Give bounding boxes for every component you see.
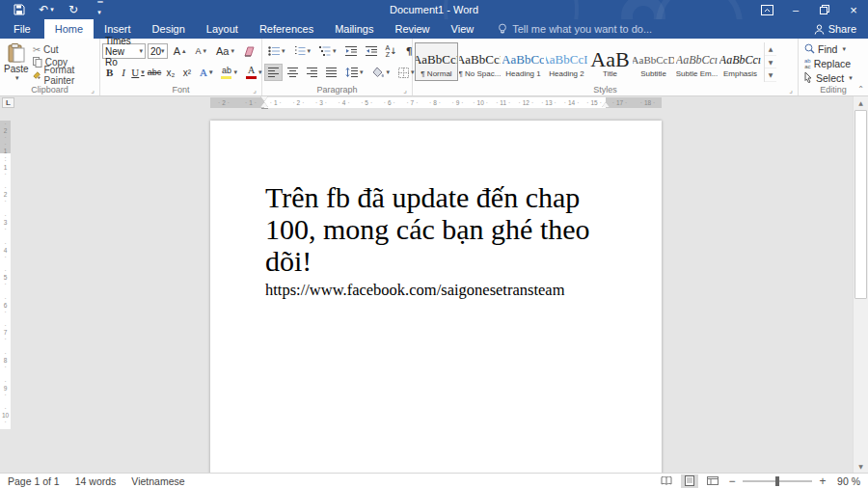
change-case-button[interactable]: Aa▾ [212, 42, 238, 60]
style-subtle-emphasis[interactable]: AaBbCcı Subtle Em... [675, 42, 719, 81]
text-effects-button[interactable]: A▾ [196, 64, 216, 81]
tell-me-box[interactable]: Tell me what you want to do... [498, 19, 652, 39]
style-name: ¶ Normal [420, 69, 451, 78]
superscript-button[interactable]: x² [179, 64, 195, 81]
strikethrough-button[interactable]: abc [147, 64, 162, 81]
tab-review[interactable]: Review [385, 19, 441, 39]
ruler-tick: 4 [333, 97, 356, 108]
paste-button[interactable]: Paste ▾ [2, 41, 31, 82]
hanging-indent-marker[interactable] [260, 102, 268, 107]
zoom-out-button[interactable]: − [727, 474, 737, 488]
vertical-ruler-margin: 21 [0, 121, 11, 153]
decrease-indent-button[interactable] [341, 42, 361, 60]
style-no-spacing[interactable]: AaBbCcI ¶ No Spac... [458, 42, 502, 81]
word-window: ↶▾ ↻ ▔▾ Document1 - Word – × File Home I… [0, 0, 868, 488]
tab-home[interactable]: Home [44, 19, 94, 39]
justify-icon [326, 68, 337, 77]
shrink-font-button[interactable]: A▾ [191, 42, 210, 60]
right-indent-marker[interactable] [602, 102, 610, 107]
ruler-tick: 14 [560, 97, 583, 108]
print-layout-button[interactable] [681, 474, 698, 488]
close-icon[interactable]: × [839, 0, 868, 19]
minimize-icon[interactable]: – [781, 0, 810, 19]
pilcrow-icon: ¶ [406, 45, 413, 58]
styles-dialog-launcher[interactable]: ⌟ [786, 85, 796, 95]
zoom-slider[interactable] [743, 480, 812, 482]
cut-button[interactable]: ✂ Cut [31, 43, 97, 55]
save-icon[interactable] [8, 1, 31, 18]
align-right-button[interactable] [303, 64, 321, 81]
gallery-more-icon[interactable]: ▼ [765, 68, 776, 82]
tab-references[interactable]: References [249, 19, 324, 39]
tab-layout[interactable]: Layout [196, 19, 249, 39]
ribbon-display-options-icon[interactable] [752, 0, 781, 19]
numbering-button[interactable]: ▾ [290, 42, 315, 60]
ruler-tick: 12 [515, 97, 538, 108]
tab-selector[interactable]: L [2, 97, 14, 108]
scrollbar-thumb[interactable] [854, 110, 867, 299]
style-subtitle[interactable]: AaBbCcD Subtitle [632, 42, 675, 81]
redo-button[interactable]: ↻ [62, 1, 85, 18]
justify-button[interactable] [322, 64, 340, 81]
web-layout-button[interactable] [704, 474, 721, 488]
paragraph-dialog-launcher[interactable]: ⌟ [400, 85, 410, 95]
gallery-up-icon[interactable]: ▲ [765, 42, 776, 56]
find-button[interactable]: Find▾ [800, 41, 866, 56]
underline-button[interactable]: U▾ [130, 64, 146, 81]
zoom-in-button[interactable]: + [818, 474, 827, 488]
style-title[interactable]: AaB Title [588, 42, 632, 81]
tab-view[interactable]: View [441, 19, 485, 39]
page-indicator[interactable]: Page 1 of 1 [0, 474, 68, 488]
scroll-down-icon[interactable]: ▼ [854, 460, 868, 473]
font-dialog-launcher[interactable]: ⌟ [250, 85, 259, 95]
zoom-slider-thumb[interactable] [775, 476, 779, 486]
share-button[interactable]: Share [814, 19, 868, 39]
collapse-ribbon-icon[interactable]: ⌃ [857, 85, 864, 94]
shading-button[interactable]: ▾ [368, 64, 394, 81]
read-mode-button[interactable] [658, 474, 675, 488]
bold-button[interactable]: B [102, 64, 117, 81]
line-spacing-button[interactable]: ▾ [341, 64, 367, 81]
multilevel-list-button[interactable]: ▾ [315, 42, 340, 60]
replace-label: Replace [814, 58, 852, 69]
clipboard-dialog-launcher[interactable]: ⌟ [88, 85, 97, 95]
style-normal[interactable]: AaBbCcI ¶ Normal [415, 42, 458, 81]
style-heading1[interactable]: AaBbCс Heading 1 [502, 42, 545, 81]
replace-button[interactable]: ab ac Replace [800, 56, 866, 70]
gallery-down-icon[interactable]: ▼ [765, 56, 776, 69]
undo-button[interactable]: ↶▾ [35, 1, 58, 18]
font-name-combo[interactable]: Times New Ro▾ [102, 43, 146, 59]
increase-indent-button[interactable] [362, 42, 381, 60]
subscript-button[interactable]: x₂ [163, 64, 178, 81]
ruler-right-margin: 1718 [606, 97, 662, 108]
clear-formatting-button[interactable] [240, 42, 259, 60]
grow-font-button[interactable]: A▴ [170, 42, 190, 60]
restore-icon[interactable] [810, 0, 839, 19]
font-name-value: Times New Ro [105, 36, 139, 68]
highlight-button[interactable]: ab▾ [217, 64, 241, 81]
vertical-scrollbar[interactable]: ▲ ▼ [853, 96, 868, 473]
language-indicator[interactable]: Vietnamese [123, 474, 192, 488]
style-heading2[interactable]: AaBbCcD Heading 2 [545, 42, 588, 81]
format-painter-label: Format Painter [44, 65, 95, 86]
document-page[interactable]: Trên fb đã update đến chap 100, mong các… [210, 121, 662, 473]
font-size-combo[interactable]: 20▾ [148, 43, 168, 59]
zoom-level[interactable]: 90 % [833, 475, 860, 487]
customize-qat-button[interactable]: ▔▾ [89, 1, 112, 18]
style-emphasis[interactable]: AaBbCcı Emphasis [719, 42, 762, 81]
bullets-button[interactable]: ▾ [264, 42, 289, 60]
tab-file[interactable]: File [0, 19, 44, 39]
tab-mailings[interactable]: Mailings [324, 19, 384, 39]
format-painter-button[interactable]: Format Painter [31, 68, 97, 82]
align-center-button[interactable] [284, 64, 302, 81]
align-left-button[interactable] [264, 64, 283, 81]
ruler-tick: 1 [0, 153, 11, 181]
word-count[interactable]: 14 words [68, 474, 124, 488]
scroll-up-icon[interactable]: ▲ [854, 96, 868, 109]
lightbulb-icon [498, 23, 507, 35]
italic-button[interactable]: I [118, 64, 129, 81]
tab-design[interactable]: Design [142, 19, 196, 39]
sort-button[interactable]: AZ ↓ [382, 42, 401, 60]
first-line-indent-marker[interactable] [260, 96, 268, 101]
select-button[interactable]: Select▾ [800, 70, 866, 85]
